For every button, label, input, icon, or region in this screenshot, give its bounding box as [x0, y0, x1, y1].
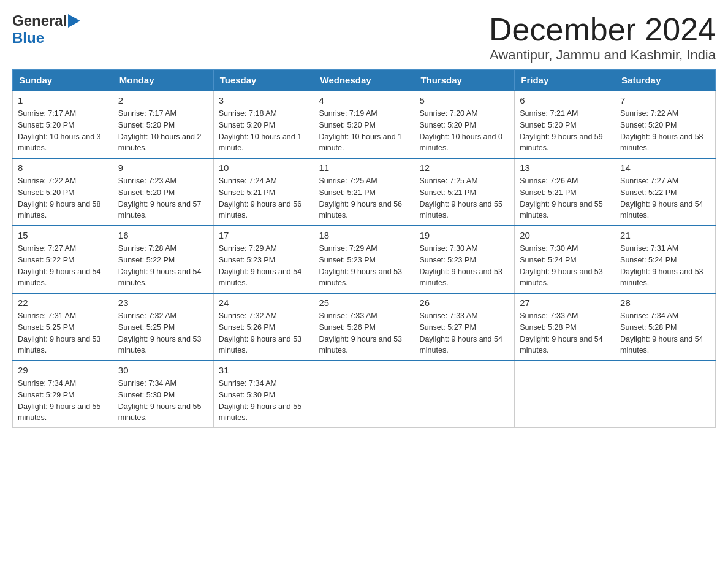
- day-info: Sunrise: 7:20 AM Sunset: 5:20 PM Dayligh…: [419, 108, 509, 154]
- table-row: [615, 361, 716, 428]
- table-row: [414, 361, 515, 428]
- day-info: Sunrise: 7:33 AM Sunset: 5:26 PM Dayligh…: [319, 310, 409, 356]
- table-row: 24 Sunrise: 7:32 AM Sunset: 5:26 PM Dayl…: [213, 293, 314, 361]
- calendar-header-row: Sunday Monday Tuesday Wednesday Thursday…: [13, 70, 716, 91]
- table-row: 8 Sunrise: 7:22 AM Sunset: 5:20 PM Dayli…: [13, 158, 113, 226]
- day-info: Sunrise: 7:21 AM Sunset: 5:20 PM Dayligh…: [520, 108, 610, 154]
- day-info: Sunrise: 7:23 AM Sunset: 5:20 PM Dayligh…: [118, 175, 208, 221]
- col-wednesday: Wednesday: [314, 70, 414, 91]
- table-row: 14 Sunrise: 7:27 AM Sunset: 5:22 PM Dayl…: [615, 158, 716, 226]
- day-number: 15: [18, 230, 108, 240]
- table-row: 25 Sunrise: 7:33 AM Sunset: 5:26 PM Dayl…: [314, 293, 414, 361]
- table-row: 20 Sunrise: 7:30 AM Sunset: 5:24 PM Dayl…: [515, 226, 615, 293]
- day-number: 29: [18, 365, 108, 375]
- table-row: 6 Sunrise: 7:21 AM Sunset: 5:20 PM Dayli…: [515, 91, 615, 158]
- table-row: 29 Sunrise: 7:34 AM Sunset: 5:29 PM Dayl…: [13, 361, 113, 428]
- day-number: 13: [520, 163, 610, 173]
- table-row: 17 Sunrise: 7:29 AM Sunset: 5:23 PM Dayl…: [213, 226, 314, 293]
- day-number: 24: [219, 297, 309, 308]
- table-row: [314, 361, 414, 428]
- day-info: Sunrise: 7:22 AM Sunset: 5:20 PM Dayligh…: [620, 108, 710, 154]
- calendar-week-row: 29 Sunrise: 7:34 AM Sunset: 5:29 PM Dayl…: [13, 361, 716, 428]
- day-number: 14: [620, 163, 710, 173]
- day-info: Sunrise: 7:25 AM Sunset: 5:21 PM Dayligh…: [319, 175, 409, 221]
- day-number: 9: [118, 163, 208, 173]
- table-row: 18 Sunrise: 7:29 AM Sunset: 5:23 PM Dayl…: [314, 226, 414, 293]
- day-number: 17: [219, 230, 309, 240]
- table-row: 23 Sunrise: 7:32 AM Sunset: 5:25 PM Dayl…: [113, 293, 213, 361]
- day-number: 1: [18, 95, 108, 105]
- day-number: 30: [118, 365, 208, 375]
- day-number: 31: [219, 365, 309, 375]
- table-row: 4 Sunrise: 7:19 AM Sunset: 5:20 PM Dayli…: [314, 91, 414, 158]
- day-number: 6: [520, 95, 610, 105]
- day-info: Sunrise: 7:34 AM Sunset: 5:30 PM Dayligh…: [118, 378, 208, 424]
- day-number: 23: [118, 297, 208, 308]
- table-row: 10 Sunrise: 7:24 AM Sunset: 5:21 PM Dayl…: [213, 158, 314, 226]
- calendar-week-row: 1 Sunrise: 7:17 AM Sunset: 5:20 PM Dayli…: [13, 91, 716, 158]
- logo-arrow-icon: [68, 14, 80, 28]
- day-number: 16: [118, 230, 208, 240]
- day-info: Sunrise: 7:33 AM Sunset: 5:27 PM Dayligh…: [419, 310, 509, 356]
- day-number: 21: [620, 230, 710, 240]
- table-row: 3 Sunrise: 7:18 AM Sunset: 5:20 PM Dayli…: [213, 91, 314, 158]
- day-info: Sunrise: 7:32 AM Sunset: 5:26 PM Dayligh…: [219, 310, 309, 356]
- day-number: 25: [319, 297, 409, 308]
- day-info: Sunrise: 7:30 AM Sunset: 5:24 PM Dayligh…: [520, 243, 610, 289]
- day-info: Sunrise: 7:32 AM Sunset: 5:25 PM Dayligh…: [118, 310, 208, 356]
- table-row: 9 Sunrise: 7:23 AM Sunset: 5:20 PM Dayli…: [113, 158, 213, 226]
- day-number: 28: [620, 297, 710, 308]
- day-info: Sunrise: 7:31 AM Sunset: 5:25 PM Dayligh…: [18, 310, 108, 356]
- table-row: 5 Sunrise: 7:20 AM Sunset: 5:20 PM Dayli…: [414, 91, 515, 158]
- svg-marker-0: [68, 14, 80, 28]
- col-tuesday: Tuesday: [213, 70, 314, 91]
- calendar-week-row: 8 Sunrise: 7:22 AM Sunset: 5:20 PM Dayli…: [13, 158, 716, 226]
- day-number: 18: [319, 230, 409, 240]
- table-row: 2 Sunrise: 7:17 AM Sunset: 5:20 PM Dayli…: [113, 91, 213, 158]
- day-info: Sunrise: 7:31 AM Sunset: 5:24 PM Dayligh…: [620, 243, 710, 289]
- day-info: Sunrise: 7:33 AM Sunset: 5:28 PM Dayligh…: [520, 310, 610, 356]
- day-number: 5: [419, 95, 509, 105]
- day-info: Sunrise: 7:17 AM Sunset: 5:20 PM Dayligh…: [118, 108, 208, 154]
- calendar-table: Sunday Monday Tuesday Wednesday Thursday…: [12, 69, 716, 428]
- table-row: 31 Sunrise: 7:34 AM Sunset: 5:30 PM Dayl…: [213, 361, 314, 428]
- table-row: 28 Sunrise: 7:34 AM Sunset: 5:28 PM Dayl…: [615, 293, 716, 361]
- day-info: Sunrise: 7:25 AM Sunset: 5:21 PM Dayligh…: [419, 175, 509, 221]
- col-friday: Friday: [515, 70, 615, 91]
- page-header: General Blue December 2024 Awantipur, Ja…: [12, 12, 716, 63]
- day-info: Sunrise: 7:19 AM Sunset: 5:20 PM Dayligh…: [319, 108, 409, 154]
- day-info: Sunrise: 7:22 AM Sunset: 5:20 PM Dayligh…: [18, 175, 108, 221]
- calendar-week-row: 15 Sunrise: 7:27 AM Sunset: 5:22 PM Dayl…: [13, 226, 716, 293]
- table-row: 19 Sunrise: 7:30 AM Sunset: 5:23 PM Dayl…: [414, 226, 515, 293]
- table-row: 16 Sunrise: 7:28 AM Sunset: 5:22 PM Dayl…: [113, 226, 213, 293]
- day-number: 7: [620, 95, 710, 105]
- logo-general-text: General: [12, 12, 67, 29]
- day-number: 22: [18, 297, 108, 308]
- day-number: 2: [118, 95, 208, 105]
- table-row: 13 Sunrise: 7:26 AM Sunset: 5:21 PM Dayl…: [515, 158, 615, 226]
- day-number: 10: [219, 163, 309, 173]
- day-number: 4: [319, 95, 409, 105]
- day-info: Sunrise: 7:27 AM Sunset: 5:22 PM Dayligh…: [620, 175, 710, 221]
- col-saturday: Saturday: [615, 70, 716, 91]
- logo: General Blue: [12, 12, 80, 47]
- table-row: 12 Sunrise: 7:25 AM Sunset: 5:21 PM Dayl…: [414, 158, 515, 226]
- table-row: 22 Sunrise: 7:31 AM Sunset: 5:25 PM Dayl…: [13, 293, 113, 361]
- day-info: Sunrise: 7:29 AM Sunset: 5:23 PM Dayligh…: [219, 243, 309, 289]
- day-number: 19: [419, 230, 509, 240]
- table-row: 15 Sunrise: 7:27 AM Sunset: 5:22 PM Dayl…: [13, 226, 113, 293]
- day-info: Sunrise: 7:34 AM Sunset: 5:30 PM Dayligh…: [219, 378, 309, 424]
- day-number: 11: [319, 163, 409, 173]
- day-info: Sunrise: 7:28 AM Sunset: 5:22 PM Dayligh…: [118, 243, 208, 289]
- table-row: 27 Sunrise: 7:33 AM Sunset: 5:28 PM Dayl…: [515, 293, 615, 361]
- day-number: 20: [520, 230, 610, 240]
- table-row: 26 Sunrise: 7:33 AM Sunset: 5:27 PM Dayl…: [414, 293, 515, 361]
- day-info: Sunrise: 7:27 AM Sunset: 5:22 PM Dayligh…: [18, 243, 108, 289]
- day-number: 3: [219, 95, 309, 105]
- table-row: 21 Sunrise: 7:31 AM Sunset: 5:24 PM Dayl…: [615, 226, 716, 293]
- day-info: Sunrise: 7:24 AM Sunset: 5:21 PM Dayligh…: [219, 175, 309, 221]
- day-info: Sunrise: 7:26 AM Sunset: 5:21 PM Dayligh…: [520, 175, 610, 221]
- col-monday: Monday: [113, 70, 213, 91]
- table-row: 7 Sunrise: 7:22 AM Sunset: 5:20 PM Dayli…: [615, 91, 716, 158]
- table-row: 11 Sunrise: 7:25 AM Sunset: 5:21 PM Dayl…: [314, 158, 414, 226]
